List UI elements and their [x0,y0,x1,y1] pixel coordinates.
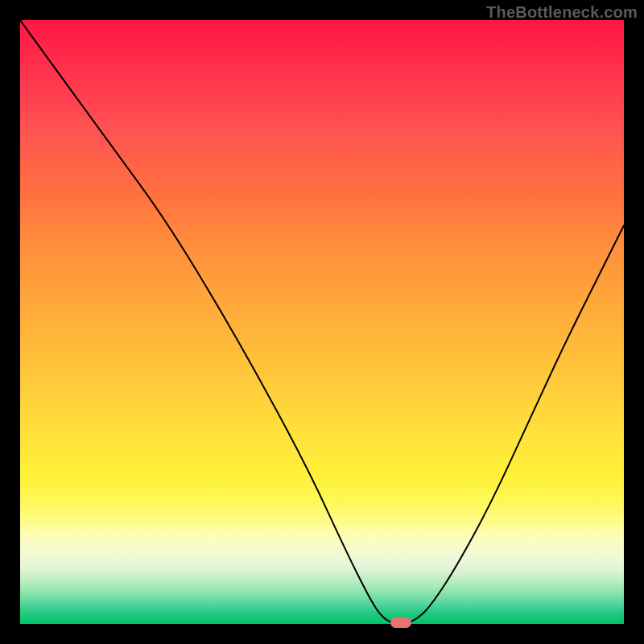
optimal-marker [390,617,411,628]
chart-frame: TheBottleneck.com [0,0,644,644]
attribution-text: TheBottleneck.com [486,3,638,22]
plot-area [20,20,624,624]
